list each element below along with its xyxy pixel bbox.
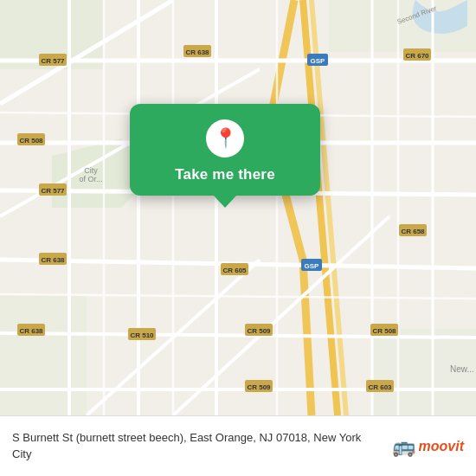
svg-text:CR 605: CR 605: [222, 267, 247, 274]
popup-card: 📍 Take me there: [130, 104, 320, 196]
svg-text:CR 509: CR 509: [247, 383, 271, 391]
svg-text:CR 508: CR 508: [372, 327, 396, 335]
svg-text:CR 508: CR 508: [19, 137, 43, 145]
bottom-bar: S Burnett St (burnett street beech), Eas…: [0, 415, 476, 476]
moovit-brand-text: moovit: [419, 439, 464, 454]
location-pin-icon: 📍: [214, 127, 237, 150]
svg-text:of Or...: of Or...: [79, 175, 102, 183]
svg-text:CR 670: CR 670: [405, 52, 429, 60]
svg-text:CR 658: CR 658: [401, 228, 425, 235]
svg-text:CR 577: CR 577: [41, 187, 65, 195]
svg-text:GSP: GSP: [311, 57, 326, 65]
location-icon-circle: 📍: [206, 119, 244, 158]
map-container: City of Or... CR 577 CR 638 CR 670 CR 50…: [0, 0, 476, 415]
take-me-there-button[interactable]: Take me there: [175, 166, 275, 183]
svg-text:CR 510: CR 510: [130, 331, 154, 339]
map-svg: City of Or... CR 577 CR 638 CR 670 CR 50…: [0, 0, 476, 415]
svg-text:GSP: GSP: [305, 262, 320, 270]
svg-text:CR 509: CR 509: [247, 327, 271, 335]
svg-text:CR 638: CR 638: [41, 256, 65, 264]
moovit-icon: 🚌: [392, 435, 415, 458]
address-text: S Burnett St (burnett street beech), Eas…: [12, 430, 383, 461]
moovit-logo: 🚌 moovit: [392, 435, 464, 458]
svg-text:City: City: [84, 166, 98, 175]
svg-text:CR 577: CR 577: [41, 57, 65, 65]
svg-text:CR 638: CR 638: [19, 327, 43, 335]
svg-text:CR 603: CR 603: [368, 383, 392, 391]
svg-rect-4: [0, 294, 87, 415]
svg-text:New...: New...: [450, 364, 474, 374]
svg-text:CR 638: CR 638: [185, 48, 209, 56]
